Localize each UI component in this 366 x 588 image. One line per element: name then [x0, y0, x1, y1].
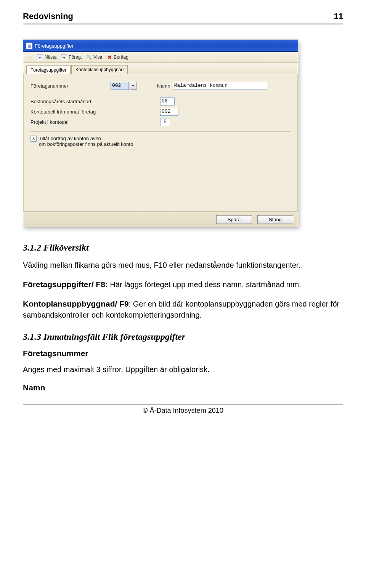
allow-delete-text: Tillåt borttag av konton även om bokföri…: [39, 136, 133, 147]
allow-delete-checkbox[interactable]: X: [30, 136, 37, 142]
name-input[interactable]: Mälardalens kommun: [173, 82, 267, 90]
para-f8-rest: Här läggs förteget upp med dess namn, st…: [108, 280, 301, 289]
para-f9-lead: Kontoplansuppbyggnad/ F9: [23, 299, 129, 308]
para-f9: Kontoplansuppbyggnad/ F9: Ger en bild dä…: [23, 298, 343, 320]
heading-3-1-2: 3.1.2 Fliköversikt: [23, 243, 343, 253]
company-number-dropdown[interactable]: ▼: [130, 82, 136, 90]
page-header: Redovisning 11: [23, 11, 343, 24]
tab-kontoplansuppbyggnad[interactable]: Kontoplansuppbyggnad: [71, 65, 128, 74]
show-label: Visa: [93, 54, 102, 60]
heading-3-1-3: 3.1.3 Inmatningsfält Flik företagsuppgif…: [23, 332, 343, 342]
subhead-foretagsnummer: Företagsnummer: [23, 349, 343, 358]
other-company-label: Kontotabell från annat företag: [30, 109, 160, 115]
allow-delete-line2: om bokföringsposter finns på aktuellt ko…: [39, 141, 133, 147]
tab-foretagsuppgifter[interactable]: Företagsuppgifter: [26, 66, 71, 74]
toolbar: ⋮⋮ ▸ Nästa ◂ Föreg. 🔍 Visa ✖ Borttag: [23, 52, 298, 63]
delete-icon: ✖: [107, 54, 112, 60]
allow-delete-line1: Tillåt borttag av konton även: [39, 136, 133, 141]
header-right: 11: [334, 11, 343, 21]
name-label: Namn: [157, 83, 170, 89]
project-label: Projekt i kontodel: [30, 119, 160, 125]
toolbar-grip: ⋮⋮: [26, 55, 32, 59]
magnify-icon: 🔍: [87, 54, 92, 60]
other-company-input[interactable]: 002: [160, 108, 178, 116]
prev-button[interactable]: ◂ Föreg.: [61, 54, 82, 60]
next-button[interactable]: ▸ Nästa: [37, 54, 56, 60]
subhead-namn: Namn: [23, 383, 343, 392]
para-f8-lead: Företagsuppgifter/ F8:: [23, 280, 108, 289]
tab-bar: Företagsuppgifter Kontoplansuppbyggnad: [23, 63, 298, 74]
tab1-label: Företagsuppgifter: [30, 67, 66, 73]
form-divider: [30, 131, 291, 132]
prev-label: Föreg.: [69, 54, 82, 60]
delete-button[interactable]: ✖ Borttag: [107, 54, 128, 60]
tab2-label: Kontoplansuppbyggnad: [75, 67, 124, 72]
window-icon: ▦: [26, 43, 32, 49]
form-body: Företagsnummer 002 ▼ Namn Mälardalens ko…: [23, 74, 298, 212]
show-button[interactable]: 🔍 Visa: [87, 54, 102, 60]
next-label: Nästa: [45, 54, 56, 60]
start-month-input[interactable]: 06: [160, 97, 175, 105]
para-intro: Växling mellan flikarna görs med mus, F1…: [23, 260, 343, 270]
company-number-input[interactable]: 002: [111, 82, 129, 90]
header-left: Redovisning: [23, 11, 73, 21]
titlebar: ▦ Företagsuppgifter: [23, 40, 298, 52]
screenshot-window: ▦ Företagsuppgifter ⋮⋮ ▸ Nästa ◂ Föreg. …: [23, 40, 298, 227]
para-foretagsnummer: Anges med maximalt 3 siffror. Uppgiften …: [23, 364, 343, 375]
prev-icon: ◂: [61, 54, 67, 60]
start-month-label: Bokföringsårets startmånad: [30, 99, 160, 104]
next-icon: ▸: [37, 54, 43, 60]
para-f8: Företagsuppgifter/ F8: Här läggs förtege…: [23, 279, 343, 290]
window-title: Företagsuppgifter: [35, 43, 74, 49]
project-input[interactable]: E: [160, 118, 170, 126]
bottom-button-bar: Spara Stäng: [23, 212, 298, 227]
save-button[interactable]: Spara: [216, 215, 252, 224]
company-number-label: Företagsnummer: [30, 83, 111, 89]
close-button[interactable]: Stäng: [257, 215, 293, 224]
page-footer: © Å-Data Infosystem 2010: [23, 404, 343, 415]
delete-label: Borttag: [114, 54, 128, 60]
